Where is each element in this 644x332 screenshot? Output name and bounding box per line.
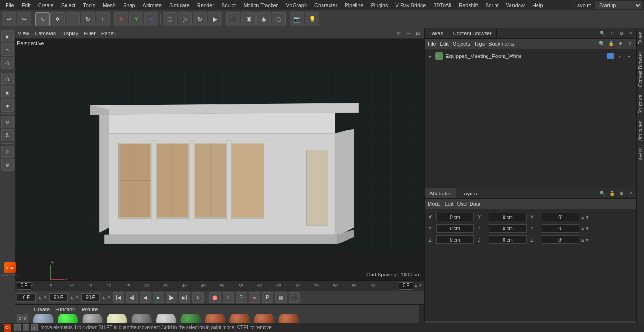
om-item-render-icon[interactable]: ● (625, 52, 633, 60)
attr-toolbar-mode[interactable]: Mode (428, 201, 441, 207)
menu-help[interactable]: Help (528, 1, 547, 9)
om-lock-btn[interactable]: 🔒 (607, 40, 615, 48)
timeline-frame-end-field[interactable] (49, 293, 68, 302)
tl-frame-end-arrow-down[interactable]: ▼ (75, 295, 79, 300)
menu-render[interactable]: Render (193, 1, 218, 9)
attr-tab-layers[interactable]: Layers (456, 188, 482, 198)
auto-key-button[interactable]: K (223, 292, 234, 303)
viewport-icon-3[interactable]: ⊞ (414, 30, 421, 37)
attr-z-scale-input[interactable] (542, 235, 579, 244)
viewport-menu-view[interactable]: View (18, 31, 29, 36)
vtab-attributes[interactable]: Attributes (637, 117, 644, 145)
menu-snap[interactable]: Snap (119, 1, 139, 9)
menu-redshift[interactable]: Redshift (455, 1, 481, 9)
attr-z-rot-input[interactable] (489, 235, 527, 244)
status-minimize[interactable]: — (14, 324, 21, 331)
vtab-structure[interactable]: Structure (637, 91, 644, 118)
mat-texture[interactable]: Texture (81, 307, 98, 312)
menu-3dtoall[interactable]: 3DToAll (429, 1, 455, 9)
om-menu-edit[interactable]: Edit (440, 41, 449, 47)
attr-y-scale-input[interactable] (542, 224, 579, 233)
camera-button[interactable]: 📷 (290, 12, 304, 26)
om-item-color-tag[interactable] (607, 53, 614, 59)
goto-start-button[interactable]: |◀ (113, 292, 124, 303)
light-button[interactable]: 💡 (305, 12, 319, 26)
tl-preview-arrow-up[interactable]: ▲ (102, 295, 106, 300)
left-tool-2[interactable]: ↖ (1, 43, 14, 56)
viewport-menu-filter[interactable]: Filter (84, 31, 95, 36)
menu-vray[interactable]: V-Ray Bridge (392, 1, 430, 9)
timeline-preview-end-field[interactable] (81, 293, 100, 302)
om-close-icon[interactable]: × (627, 30, 635, 37)
om-item-expand[interactable]: ▶ (429, 54, 432, 59)
om-menu-tags[interactable]: Tags (474, 41, 485, 47)
attr-z-pos-input[interactable] (436, 235, 474, 244)
tl-frame-end-arrow-up[interactable]: ▲ (70, 295, 74, 300)
tl-arrow-down[interactable]: ▼ (419, 283, 422, 288)
left-tool-10[interactable]: ⊘ (1, 159, 14, 171)
undo-button[interactable]: ↩ (2, 12, 16, 26)
timeline-frame-start-field[interactable] (17, 293, 36, 302)
om-menu-file[interactable]: File (428, 41, 436, 47)
om-refresh-icon[interactable]: ↻ (608, 30, 616, 37)
viewport-icon-2[interactable]: ↔ (405, 30, 412, 37)
menu-mograph[interactable]: MoGraph (281, 1, 311, 9)
om-x-btn[interactable]: × (626, 40, 634, 48)
vtab-takes[interactable]: Takes (637, 28, 644, 48)
left-tool-8[interactable]: S (1, 129, 14, 141)
goto-end-button[interactable]: ▶| (179, 292, 190, 303)
component-mode-button[interactable]: ▷ (178, 12, 192, 26)
menu-simulate[interactable]: Simulate (165, 1, 193, 9)
render-settings-button[interactable]: ⬡ (272, 12, 286, 26)
redo-button[interactable]: ↪ (17, 12, 31, 26)
tl-preview-arrow-down[interactable]: ▼ (107, 295, 111, 300)
attr-toolbar-userdata[interactable]: User Data (457, 201, 481, 207)
menu-motion-tracker[interactable]: Motion Tracker (239, 1, 281, 9)
timeline-current-frame[interactable] (399, 282, 413, 290)
attr-x-scale-input[interactable] (542, 213, 579, 221)
viewport-menu-panel[interactable]: Panel (101, 31, 115, 36)
menu-tools[interactable]: Tools (79, 1, 99, 9)
tl-frame-arrow-down[interactable]: ▼ (43, 295, 47, 300)
mat-function[interactable]: Function (55, 307, 75, 312)
select-tool-button[interactable]: ↖ (35, 12, 50, 26)
loop-button[interactable]: ↻ (192, 292, 204, 303)
om-bookmark-btn[interactable]: ★ (617, 40, 624, 48)
key-selection-button[interactable]: ● (249, 292, 260, 303)
tl-arrow-up[interactable]: ▲ (414, 283, 418, 288)
axis-x-button[interactable]: X (114, 12, 128, 26)
om-item-vis-icon[interactable]: ● (616, 52, 623, 60)
om-search-btn[interactable]: 🔍 (598, 40, 605, 48)
edge-mode-button[interactable]: ↻ (193, 12, 207, 26)
poly-mode-button[interactable]: ▶ (208, 12, 222, 26)
render-button[interactable]: ⬛ (226, 12, 240, 26)
menu-file[interactable]: File (2, 1, 18, 9)
left-tool-7[interactable]: ⊙ (1, 116, 14, 128)
attr-y-rot-input[interactable] (489, 224, 527, 233)
object-mode-button[interactable]: ⬡ (163, 12, 177, 26)
menu-mesh[interactable]: Mesh (99, 1, 119, 9)
left-tool-9[interactable]: ⟳ (1, 146, 14, 158)
left-tool-6[interactable]: ◈ (1, 99, 14, 112)
status-maximize[interactable]: □ (23, 324, 29, 331)
tl-frame-arrow-up[interactable]: ▲ (38, 295, 41, 300)
menu-character[interactable]: Character (311, 1, 341, 9)
status-close[interactable]: × (31, 324, 38, 331)
scale-tool-button[interactable]: □ (66, 12, 80, 26)
viewport-3d[interactable]: Perspective (15, 39, 424, 280)
left-tool-4[interactable]: ⬡ (1, 73, 14, 85)
timeline-view-button[interactable]: ▦ (275, 292, 287, 303)
attr-x-rot-input[interactable] (489, 213, 527, 221)
left-tool-1[interactable]: ▶ (1, 30, 14, 42)
menu-pipeline[interactable]: Pipeline (341, 1, 367, 9)
render-viewer-button[interactable]: ◉ (256, 12, 271, 26)
om-item-meeting-room[interactable]: ▶ L Equipped_Meeting_Room_White ● ● (427, 51, 635, 61)
menu-select[interactable]: Select (58, 1, 80, 9)
timeline-start-frame[interactable] (17, 282, 31, 290)
om-search-icon[interactable]: 🔍 (599, 30, 606, 37)
render-region-button[interactable]: ▣ (241, 12, 256, 26)
attr-tab-attributes[interactable]: Attributes (425, 188, 456, 198)
viewport-menu-display[interactable]: Display (61, 31, 78, 36)
menu-animate[interactable]: Animate (139, 1, 165, 9)
key-all-button[interactable]: ? (236, 292, 247, 303)
